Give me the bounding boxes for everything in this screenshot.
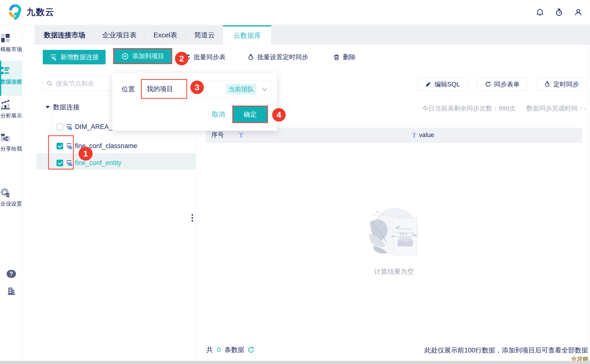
brand-name: 九数云 xyxy=(27,6,55,18)
batch-sync-tables-button[interactable]: 批量同步表 xyxy=(184,50,225,64)
sidebar: 模板市场 数据连接 xyxy=(0,25,22,361)
stopwatch-icon xyxy=(544,81,550,87)
empty-state-text: 计算结果为空 xyxy=(206,267,582,276)
tab-strip: 数据连接市场 企业项目表 Excel表 简道云 云数据库 xyxy=(34,25,590,45)
tab-data-connection-market[interactable]: 数据连接市场 xyxy=(34,25,94,45)
confirm-button[interactable]: 确定 xyxy=(233,106,267,122)
sync-form-button[interactable]: 同步表单 xyxy=(477,78,527,91)
sidebar-item-analysis-display[interactable]: 分析展示 xyxy=(0,99,22,119)
refresh-icon xyxy=(485,81,491,87)
search-input[interactable] xyxy=(56,80,115,87)
add-to-project-annotation-box: 添加到项目 xyxy=(113,48,172,64)
search-icon xyxy=(46,80,53,87)
column-header-value[interactable]: T value xyxy=(407,128,582,142)
data-connection-icon xyxy=(0,65,22,76)
confirm-annotation-box: 确定 xyxy=(232,106,268,123)
empty-state: 计算结果为空 xyxy=(206,206,582,276)
brand[interactable]: 九数云 xyxy=(7,4,55,20)
team-tag[interactable]: 当前团队 xyxy=(226,84,256,95)
tab-cloud-database[interactable]: 云数据库 xyxy=(223,25,271,45)
analysis-chart-icon xyxy=(0,99,22,110)
sidebar-item-enterprise-settings[interactable]: 企业设置 xyxy=(0,187,22,208)
tab-enterprise-project-table[interactable]: 企业项目表 xyxy=(94,25,145,45)
step-badge-1: 1 xyxy=(79,147,93,161)
preview-limit-hint: 此处仅展示前100行数据，添加到项目后可查看全部数据 xyxy=(424,346,588,355)
text-type-icon: T xyxy=(239,131,243,139)
step-badge-2: 2 xyxy=(175,52,188,65)
cancel-button[interactable]: 取消 xyxy=(212,110,225,119)
batch-schedule-sync-button[interactable]: 批量设置定时同步 xyxy=(247,50,308,64)
step-badge-4: 4 xyxy=(272,108,286,122)
pencil-icon xyxy=(425,81,431,87)
refresh-count-icon[interactable] xyxy=(247,346,255,353)
add-to-project-popup: 位置 我的项目 当前团队 3 取消 确定 4 xyxy=(112,73,277,131)
row-count-number: 0 xyxy=(216,346,222,354)
chevron-down-icon[interactable] xyxy=(262,86,267,91)
tab-excel[interactable]: Excel表 xyxy=(145,25,185,45)
history-timer-icon[interactable] xyxy=(554,7,564,17)
popup-arrow xyxy=(137,70,144,77)
plus-circle-icon xyxy=(121,53,129,60)
text-type-icon: T xyxy=(412,131,417,139)
gear-icon xyxy=(0,187,22,198)
notification-bell-icon[interactable] xyxy=(535,7,545,17)
sidebar-item-template-market[interactable]: 模板市场 xyxy=(0,33,22,53)
tree-root-node[interactable]: 数据连接 xyxy=(46,103,80,112)
building-icon xyxy=(0,286,22,296)
stopwatch-icon xyxy=(247,54,254,61)
sync-status-text: 今日当前表剩余同步次数：999次 数据同步完成时间：- xyxy=(422,104,586,113)
tab-jiandaoyun[interactable]: 简道云 xyxy=(186,25,223,45)
edit-sql-button[interactable]: 编辑SQL xyxy=(418,78,467,91)
share-folder-icon xyxy=(0,132,22,143)
help-button[interactable]: ? xyxy=(0,270,22,278)
empty-state-illustration xyxy=(206,206,582,263)
location-label: 位置 xyxy=(122,84,135,94)
add-to-project-button[interactable]: 添加到项目 xyxy=(114,49,171,63)
brand-logo-icon xyxy=(7,4,24,20)
tree-node-dim-area[interactable]: DIM_AREA_ xyxy=(51,123,112,131)
sidebar-item-shared-with-me[interactable]: 分享给我 xyxy=(0,132,22,153)
row-count: 共 0 条数据 xyxy=(206,345,255,354)
panel-resize-handle[interactable] xyxy=(192,214,193,222)
location-value: 我的项目 xyxy=(147,84,173,93)
topbar-icons xyxy=(535,7,583,17)
template-market-icon xyxy=(0,33,22,44)
user-profile-icon[interactable] xyxy=(573,7,583,17)
location-annotation-box: 我的项目 xyxy=(141,79,187,99)
checkbox-annotation-box xyxy=(48,135,74,169)
checkbox-unchecked[interactable] xyxy=(56,124,63,130)
location-select[interactable]: 我的项目 当前团队 xyxy=(140,81,272,98)
timed-sync-button[interactable]: 定时同步 xyxy=(537,78,586,91)
help-icon: ? xyxy=(7,270,16,278)
scrollbar-track[interactable] xyxy=(588,45,588,360)
topbar: 九数云 xyxy=(0,0,590,25)
database-plus-icon xyxy=(50,54,57,61)
delete-button[interactable]: 删除 xyxy=(333,50,356,64)
page-bottom-strip xyxy=(0,361,590,364)
trash-icon xyxy=(333,54,340,61)
sidebar-item-data-connection[interactable]: 数据连接 xyxy=(0,65,22,85)
collapse-triangle-icon[interactable] xyxy=(46,106,50,109)
new-data-connection-button[interactable]: 新增数据连接 xyxy=(43,50,106,64)
cloud-table-icon xyxy=(65,123,73,131)
organization-button[interactable] xyxy=(0,286,22,296)
step-badge-3: 3 xyxy=(190,81,204,94)
app-root: 九数云 xyxy=(0,0,590,364)
